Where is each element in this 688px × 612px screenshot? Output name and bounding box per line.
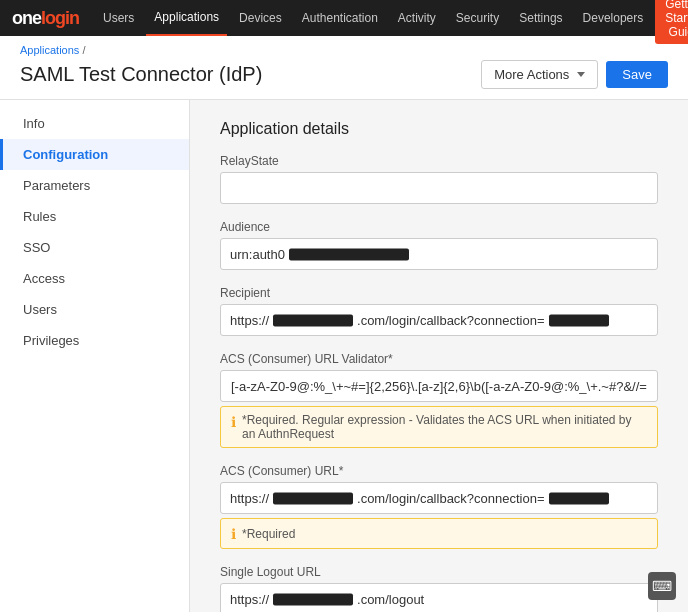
page-header: Applications / SAML Test Connector (IdP)… — [0, 36, 688, 100]
more-actions-button[interactable]: More Actions — [481, 60, 598, 89]
nav-item-security[interactable]: Security — [448, 0, 507, 36]
main-layout: Info Configuration Parameters Rules SSO … — [0, 100, 688, 612]
chevron-down-icon — [577, 72, 585, 77]
audience-input[interactable] — [220, 238, 658, 270]
nav-item-applications[interactable]: Applications — [146, 0, 227, 36]
acs-url-required: ℹ *Required — [220, 518, 658, 549]
onelogin-logo: onelogin — [12, 8, 79, 29]
breadcrumb-separator: / — [82, 44, 85, 56]
nav-item-activity[interactable]: Activity — [390, 0, 444, 36]
single-logout-url-label: Single Logout URL — [220, 565, 658, 579]
section-title: Application details — [220, 120, 658, 138]
save-button[interactable]: Save — [606, 61, 668, 88]
top-navigation: onelogin Users Applications Devices Auth… — [0, 0, 688, 36]
acs-url-input[interactable] — [220, 482, 658, 514]
sidebar-item-access[interactable]: Access — [0, 263, 189, 294]
acs-url-group: ACS (Consumer) URL* https:// .com/login/… — [220, 464, 658, 549]
relay-state-label: RelayState — [220, 154, 658, 168]
sidebar: Info Configuration Parameters Rules SSO … — [0, 100, 190, 612]
nav-item-devices[interactable]: Devices — [231, 0, 290, 36]
keyboard-icon[interactable]: ⌨ — [648, 572, 676, 600]
single-logout-url-input-wrapper: https:// .com/logout — [220, 583, 658, 612]
page-title: SAML Test Connector (IdP) — [20, 63, 262, 86]
acs-validator-hint: ℹ *Required. Regular expression - Valida… — [220, 406, 658, 448]
recipient-group: Recipient https:// .com/login/callback?c… — [220, 286, 658, 336]
info-icon: ℹ — [231, 414, 236, 430]
acs-validator-input[interactable] — [220, 370, 658, 402]
relay-state-input[interactable] — [220, 172, 658, 204]
nav-item-settings[interactable]: Settings — [511, 0, 570, 36]
recipient-input-wrapper: https:// .com/login/callback?connection= — [220, 304, 658, 336]
acs-validator-hint-text: *Required. Regular expression - Validate… — [242, 413, 647, 441]
more-actions-label: More Actions — [494, 67, 569, 82]
sidebar-item-configuration[interactable]: Configuration — [0, 139, 189, 170]
getting-started-button[interactable]: Getting Started Guide — [655, 0, 688, 44]
page-actions: More Actions Save — [481, 60, 668, 89]
sidebar-item-privileges[interactable]: Privileges — [0, 325, 189, 356]
sidebar-item-users[interactable]: Users — [0, 294, 189, 325]
sidebar-item-info[interactable]: Info — [0, 108, 189, 139]
content-area: Application details RelayState Audience … — [190, 100, 688, 612]
audience-label: Audience — [220, 220, 658, 234]
nav-item-users[interactable]: Users — [95, 0, 142, 36]
sidebar-item-rules[interactable]: Rules — [0, 201, 189, 232]
breadcrumb-applications-link[interactable]: Applications — [20, 44, 79, 56]
acs-url-required-text: *Required — [242, 527, 295, 541]
breadcrumb: Applications / — [20, 44, 668, 56]
nav-item-developers[interactable]: Developers — [575, 0, 652, 36]
acs-validator-group: ACS (Consumer) URL Validator* ℹ *Require… — [220, 352, 658, 448]
audience-input-wrapper: urn:auth0 — [220, 238, 658, 270]
acs-url-input-wrapper: https:// .com/login/callback?connection= — [220, 482, 658, 514]
single-logout-url-input[interactable] — [220, 583, 658, 612]
acs-validator-label: ACS (Consumer) URL Validator* — [220, 352, 658, 366]
acs-url-label: ACS (Consumer) URL* — [220, 464, 658, 478]
relay-state-group: RelayState — [220, 154, 658, 204]
sidebar-item-parameters[interactable]: Parameters — [0, 170, 189, 201]
recipient-label: Recipient — [220, 286, 658, 300]
sidebar-item-sso[interactable]: SSO — [0, 232, 189, 263]
recipient-input[interactable] — [220, 304, 658, 336]
acs-url-info-icon: ℹ — [231, 526, 236, 542]
audience-group: Audience urn:auth0 — [220, 220, 658, 270]
single-logout-url-group: Single Logout URL https:// .com/logout — [220, 565, 658, 612]
nav-item-authentication[interactable]: Authentication — [294, 0, 386, 36]
